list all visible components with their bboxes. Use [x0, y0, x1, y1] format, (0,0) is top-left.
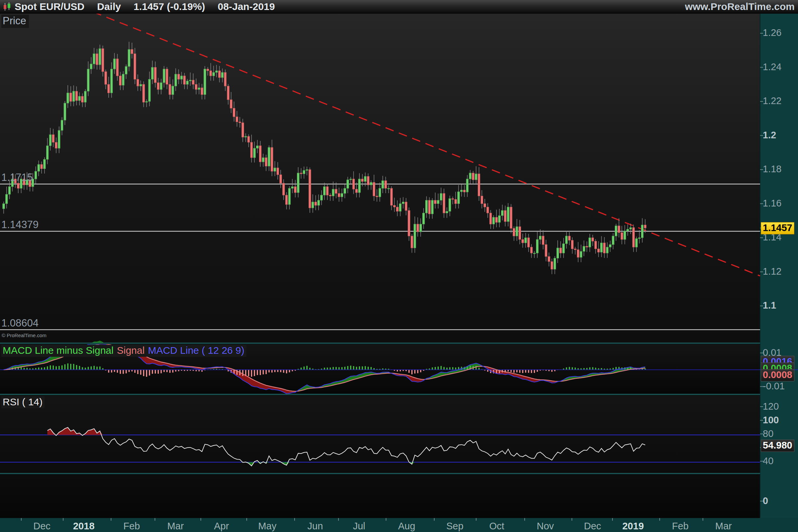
price-axis-tick: 1.22	[763, 95, 781, 107]
month-label-jul: Jul	[353, 521, 365, 532]
price-axis-tick: 1.1	[763, 300, 776, 311]
price-axis-tick: 1.24	[763, 61, 781, 73]
last-price-change-label: 1.1457 (-0.19%)	[134, 1, 205, 12]
macd-signal-value-badge: 0.0008	[761, 369, 794, 381]
month-label-2019: 2019	[623, 521, 644, 532]
month-label-nov: Nov	[537, 521, 554, 532]
price-axis-tick: 1.12	[763, 266, 781, 277]
instrument-name[interactable]: Spot EUR/USD	[15, 1, 84, 12]
month-label-aug: Aug	[398, 521, 415, 532]
month-label-dec: Dec	[33, 521, 51, 532]
month-label-oct: Oct	[489, 521, 504, 532]
price-axis-tick: 1.2	[763, 130, 776, 141]
rsi-axis-tick: 40	[763, 456, 773, 467]
macd-axis-tick: -0.01	[763, 381, 785, 392]
macd-legend-macd-line[interactable]: MACD Line ( 12 26 9)	[147, 345, 246, 357]
date-label: 08-Jan-2019	[218, 1, 275, 12]
price-pane-label[interactable]: Price	[1, 15, 29, 28]
rsi-value-badge: 54.980	[761, 440, 794, 452]
candlestick-icon	[2, 2, 12, 12]
month-label-apr: Apr	[214, 521, 229, 532]
timeframe-label[interactable]: Daily	[97, 1, 121, 12]
rsi-axis-tick: 0	[763, 495, 768, 507]
month-label-mar: Mar	[715, 521, 732, 532]
month-label-dec: Dec	[584, 521, 601, 532]
chart-window: Spot EUR/USD Daily 1.1457 (-0.19%) 08-Ja…	[0, 0, 798, 532]
title-bar: Spot EUR/USD Daily 1.1457 (-0.19%) 08-Ja…	[0, 0, 798, 14]
price-axis-tick: 1.26	[763, 27, 781, 38]
price-axis-tick: 1.18	[763, 164, 781, 174]
macd-legend: MACD Line minus SignalSignalMACD Line ( …	[1, 345, 246, 357]
last-price-badge: 1.1457	[761, 222, 794, 234]
month-label-feb: Feb	[124, 521, 140, 532]
rsi-axis-tick: 120	[763, 401, 779, 412]
level-label-2: 1.14379	[1, 219, 39, 231]
month-label-jun: Jun	[307, 521, 323, 532]
month-label-mar: Mar	[167, 521, 184, 532]
level-label-1: 1.1715	[1, 172, 33, 184]
copyright-label: © ProRealTime.com	[2, 332, 46, 338]
macd-legend-signal[interactable]: Signal	[115, 345, 146, 357]
month-label-2018: 2018	[73, 521, 95, 532]
level-label-3: 1.08604	[1, 317, 39, 329]
month-label-sep: Sep	[446, 521, 463, 532]
site-watermark: www.ProRealTime.com	[685, 1, 795, 12]
rsi-axis-tick: 80	[763, 428, 773, 439]
chart-surface[interactable]	[0, 0, 798, 532]
month-label-feb: Feb	[672, 521, 689, 532]
price-axis-tick: 1.16	[763, 198, 781, 209]
rsi-axis-tick: 100	[763, 415, 779, 425]
month-label-may: May	[258, 521, 277, 532]
macd-legend-histogram[interactable]: MACD Line minus Signal	[1, 345, 115, 357]
rsi-pane-label[interactable]: RSI ( 14)	[1, 396, 44, 408]
